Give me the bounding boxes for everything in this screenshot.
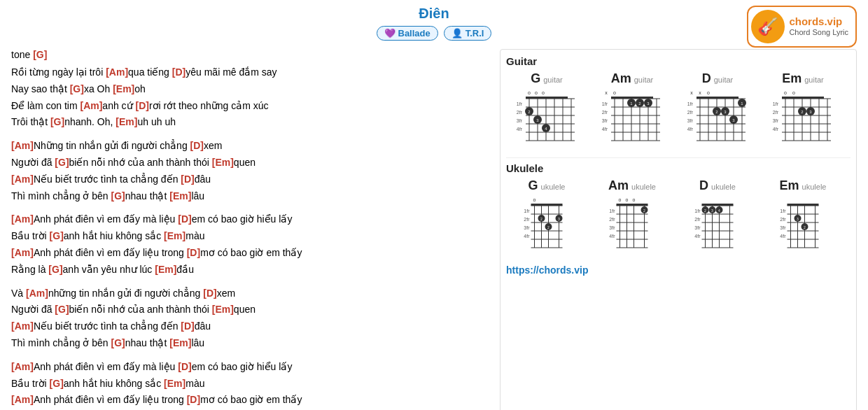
ukulele-section-title: Ukulele [506, 162, 850, 174]
svg-text:3fr: 3fr [517, 118, 523, 123]
lyric-line: Bầu trời [G]anh hắt hiu không sắc [Em]mà… [11, 228, 489, 245]
logo-text: chords.vip Chord Song Lyric [789, 15, 848, 37]
svg-text:1fr: 1fr [524, 208, 530, 213]
svg-text:o: o [633, 197, 636, 202]
guitar-section-title: Guitar [506, 55, 850, 67]
badge-ballade: 💜 Ballade [377, 26, 438, 41]
panel-footer-url: https://chords.vip [506, 264, 850, 276]
section-divider [506, 157, 850, 158]
guitar-chord-g: G guitar o o o [506, 71, 587, 150]
lyric-line: [Am]Nếu biết trước tình ta chẳng đến [D]… [11, 318, 489, 335]
lyric-block-1: Rồi từng ngày lại trôi [Am]qua tiếng [D]… [11, 64, 489, 131]
svg-text:3fr: 3fr [780, 225, 786, 230]
page-header: Điên 💜 Ballade 👤 T.R.I [0, 0, 868, 43]
svg-text:x: x [690, 90, 693, 95]
svg-text:o: o [613, 90, 616, 95]
lyric-line: Thì mình chẳng ở bên [G]nhau thật [Em]lâ… [11, 188, 489, 205]
lyric-line: [Am]Anh phát điên vì em đấy liệu trong [… [11, 245, 489, 262]
svg-text:o: o [784, 90, 787, 95]
lyric-line: [Am]Anh phát điên vì em đấy mà liệu [D]e… [11, 359, 489, 376]
svg-text:4: 4 [718, 208, 720, 213]
svg-text:1fr: 1fr [773, 101, 779, 106]
svg-text:3fr: 3fr [524, 225, 530, 230]
svg-text:2fr: 2fr [773, 110, 779, 115]
svg-text:o: o [626, 197, 629, 202]
logo-subtitle: Chord Song Lyric [789, 28, 848, 37]
song-title: Điên [0, 6, 868, 22]
svg-text:o: o [792, 90, 795, 95]
lyric-line: Bầu trời [G]anh hắt hiu không sắc [Em]mà… [11, 376, 489, 393]
svg-text:1fr: 1fr [694, 208, 701, 213]
lyric-line: [Am]Nếu biết trước tình ta chẳng đến [D]… [11, 171, 489, 188]
guitar-am-diagram: x o 1fr 2fr [597, 87, 667, 150]
svg-text:o: o [542, 90, 545, 95]
lyric-line: Và [Am]những tin nhắn gửi đi người chẳng… [11, 285, 489, 302]
lyric-block-4: Và [Am]những tin nhắn gửi đi người chẳng… [11, 285, 489, 352]
svg-text:3fr: 3fr [609, 225, 615, 230]
svg-text:3fr: 3fr [694, 225, 701, 230]
svg-text:2fr: 2fr [609, 217, 615, 222]
guitar-g-diagram: o o o [512, 87, 582, 150]
ukulele-chord-em: Em ukulele 1fr 2fr 3f [762, 178, 844, 257]
guitar-d-diagram: x x o 1fr 2fr [682, 87, 752, 150]
svg-text:o: o [533, 197, 536, 202]
tone-line: tone [G] [11, 49, 489, 60]
lyric-block-5: [Am]Anh phát điên vì em đấy mà liệu [D]e… [11, 359, 489, 410]
svg-text:2: 2 [804, 225, 806, 229]
lyric-line: Rằng là [G]anh vẫn yêu như lúc [Em]đầu [11, 262, 489, 278]
person-icon: 👤 [451, 28, 463, 38]
ukulele-chord-g: G ukulele o 1fr 2fr [506, 178, 587, 257]
ukulele-chord-row: G ukulele o 1fr 2fr [506, 178, 850, 257]
svg-text:x: x [699, 90, 701, 95]
ukulele-d-diagram: 1fr 2fr 3fr 4fr 2 3 4 [686, 195, 749, 257]
svg-text:2: 2 [540, 217, 542, 221]
lyric-line: [Am]Anh phát điên vì em đấy liệu trong [… [11, 392, 489, 409]
ukulele-chord-d: D ukulele 1fr 2fr 3fr [677, 178, 758, 257]
guitar-chord-row: G guitar o o o [506, 71, 850, 150]
svg-text:4fr: 4fr [517, 127, 523, 132]
svg-text:o: o [535, 90, 538, 95]
lyric-line: Để làm con tim [Am]anh cứ [D]rơi rớt the… [11, 98, 489, 115]
chord-g: [G] [33, 49, 47, 60]
ukulele-g-diagram: o 1fr 2fr 3fr 4fr [515, 195, 578, 257]
lyric-line: Rồi từng ngày lại trôi [Am]qua tiếng [D]… [11, 64, 489, 81]
svg-text:2fr: 2fr [517, 110, 523, 115]
svg-text:1fr: 1fr [517, 101, 523, 106]
svg-text:4fr: 4fr [602, 127, 608, 132]
lyric-line: Nay sao thật [G]xa Oh [Em]oh [11, 81, 489, 98]
svg-text:3fr: 3fr [602, 118, 608, 123]
svg-text:2fr: 2fr [524, 217, 530, 222]
svg-text:1fr: 1fr [609, 208, 615, 213]
chords-panel: Guitar G guitar o o o [500, 49, 857, 410]
svg-text:x: x [605, 90, 608, 95]
lyric-line: [Am]Anh phát điên vì em đấy mà liệu [D]e… [11, 211, 489, 228]
lyric-line: Trôi thật [G]nhanh. Oh, [Em]uh uh uh [11, 114, 489, 131]
svg-text:2fr: 2fr [780, 217, 786, 222]
ukulele-am-diagram: o o o 1fr 2fr 3fr 4 [601, 195, 664, 257]
svg-text:4fr: 4fr [687, 127, 694, 132]
svg-text:4fr: 4fr [773, 127, 779, 132]
heart-icon: 💜 [384, 28, 396, 38]
lyric-block-3: [Am]Anh phát điên vì em đấy mà liệu [D]e… [11, 211, 489, 278]
lyric-line: Người đã [G]biến nỗi nhớ của anh thành t… [11, 155, 489, 171]
svg-text:3fr: 3fr [687, 118, 694, 123]
logo-guitar-icon: 🎸 [751, 10, 785, 43]
svg-text:2fr: 2fr [602, 110, 608, 115]
svg-text:2: 2 [547, 225, 550, 229]
lyric-line: [Am]Những tin nhắn gửi đi người chẳng [D… [11, 138, 489, 155]
svg-text:4fr: 4fr [780, 234, 786, 239]
lyric-line: Thì mình chẳng ở bên [G]nhau thật [Em]lâ… [11, 335, 489, 352]
svg-text:3fr: 3fr [773, 118, 779, 123]
lyrics-section: tone [G] Rồi từng ngày lại trôi [Am]qua … [11, 49, 489, 410]
badge-container: 💜 Ballade 👤 T.R.I [0, 26, 868, 41]
svg-text:o: o [707, 90, 710, 95]
svg-text:3: 3 [711, 208, 713, 213]
svg-text:2fr: 2fr [694, 217, 701, 222]
svg-text:4fr: 4fr [524, 234, 530, 239]
logo: 🎸 chords.vip Chord Song Lyric [747, 6, 857, 48]
svg-text:2fr: 2fr [687, 110, 694, 115]
ukulele-em-diagram: 1fr 2fr 3fr 4fr 3 2 [771, 195, 834, 257]
guitar-chord-em: Em guitar o o [762, 71, 844, 150]
svg-text:2: 2 [704, 208, 706, 213]
svg-text:4fr: 4fr [694, 234, 701, 239]
